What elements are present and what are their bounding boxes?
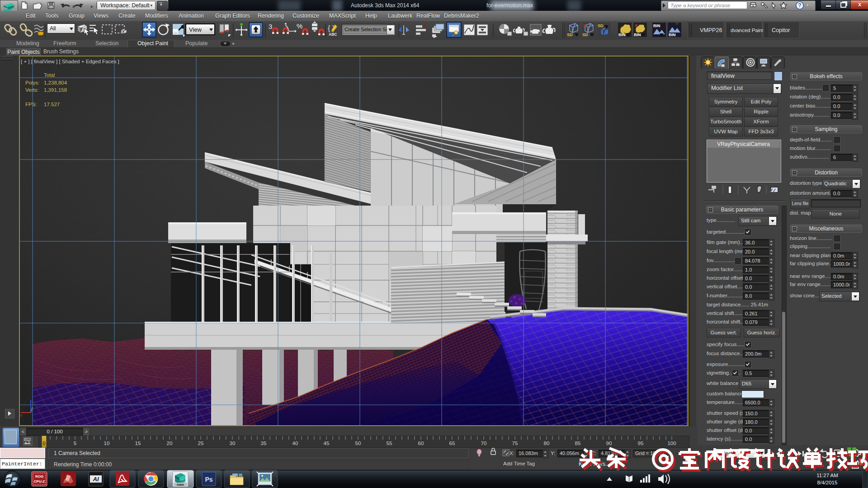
svg-text:BIN: BIN: [618, 33, 626, 37]
svg-text:CPU-Z: CPU-Z: [34, 479, 45, 483]
svg-text:55: 55: [387, 441, 392, 446]
svg-text:SD: SD: [598, 23, 604, 28]
svg-text:70: 70: [481, 441, 487, 446]
svg-text:75: 75: [512, 441, 518, 446]
svg-text:SD: SD: [582, 33, 588, 37]
svg-text:3: 3: [269, 23, 272, 30]
svg-text:40: 40: [292, 441, 298, 446]
svg-text:5: 5: [74, 441, 76, 446]
svg-text:65: 65: [449, 441, 455, 446]
svg-text:BIN: BIN: [653, 23, 660, 28]
svg-text:SD: SD: [567, 33, 573, 37]
svg-text:20: 20: [167, 441, 173, 446]
svg-text:15: 15: [135, 441, 141, 446]
svg-text:Ps: Ps: [205, 476, 212, 483]
svg-text:%: %: [297, 22, 302, 30]
svg-text:25: 25: [198, 441, 204, 446]
svg-text:35: 35: [261, 441, 267, 446]
svg-text:x: x: [20, 413, 22, 418]
svg-text:45: 45: [324, 441, 330, 446]
svg-text:VMPP26: VMPP26: [700, 27, 722, 33]
svg-text:ABC: ABC: [329, 32, 337, 37]
svg-text:Copitor: Copitor: [772, 27, 790, 33]
svg-text:30: 30: [230, 441, 236, 446]
svg-text:50: 50: [355, 441, 361, 446]
svg-text:BIN: BIN: [669, 33, 676, 37]
svg-text:60: 60: [418, 441, 424, 446]
svg-text:dvanced Paint: dvanced Paint: [731, 28, 764, 33]
svg-text:?: ?: [798, 2, 801, 9]
svg-text:80: 80: [544, 441, 550, 446]
svg-text:10: 10: [104, 441, 110, 446]
svg-text:AI: AI: [93, 476, 99, 483]
svg-text:ROG: ROG: [35, 474, 43, 479]
svg-text:BIN: BIN: [634, 33, 641, 37]
svg-text:max: max: [177, 483, 184, 487]
